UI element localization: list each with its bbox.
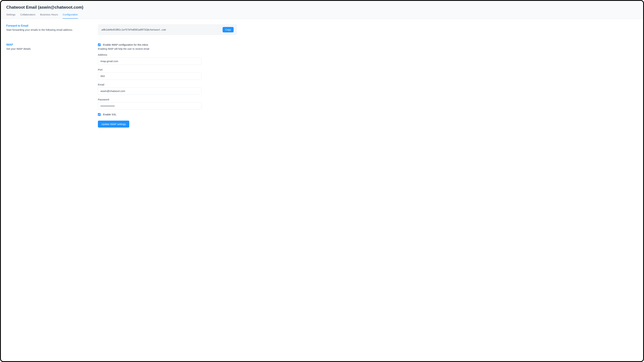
page-title: Chatwoot Email (aswin@chatwoot.com) (6, 5, 638, 10)
tab-settings[interactable]: Settings (6, 13, 16, 19)
forward-section-desc: Start forwarding your emails to the foll… (6, 28, 91, 31)
tab-collaborators[interactable]: Collaborators (20, 13, 35, 19)
enable-ssl-checkbox[interactable] (98, 113, 100, 116)
copy-button[interactable]: Copy (222, 27, 234, 32)
password-input[interactable] (98, 102, 202, 110)
imap-section-desc: Set your IMAP details (6, 47, 91, 50)
tab-business-hours[interactable]: Business Hours (40, 13, 58, 19)
imap-section-title: IMAP (6, 43, 91, 46)
update-imap-button[interactable]: Update IMAP settings (98, 120, 129, 128)
address-input[interactable] (98, 58, 202, 65)
forward-email-box: a0b1dd4e91981c1af57dfe8501a09732@chatwoo… (98, 24, 237, 35)
enable-imap-label: Enable IMAP configuration for this inbox (103, 43, 148, 46)
port-input[interactable] (98, 72, 202, 80)
email-label: Email (98, 83, 202, 86)
enable-ssl-label: Enable SSL (103, 113, 116, 116)
password-label: Password (98, 98, 202, 101)
tabs: Settings Collaborators Business Hours Co… (6, 13, 638, 19)
port-label: Port (98, 68, 202, 71)
enable-imap-hint: Enabling IMAP will help the user to reci… (98, 48, 237, 50)
forward-section-title: Forward to Email (6, 24, 91, 27)
tab-configuration[interactable]: Configuration (62, 13, 78, 19)
address-label: Address (98, 53, 202, 56)
enable-imap-checkbox[interactable] (98, 44, 100, 46)
forward-email-address: a0b1dd4e91981c1af57dfe8501a09732@chatwoo… (101, 28, 166, 31)
email-input[interactable] (98, 87, 202, 95)
